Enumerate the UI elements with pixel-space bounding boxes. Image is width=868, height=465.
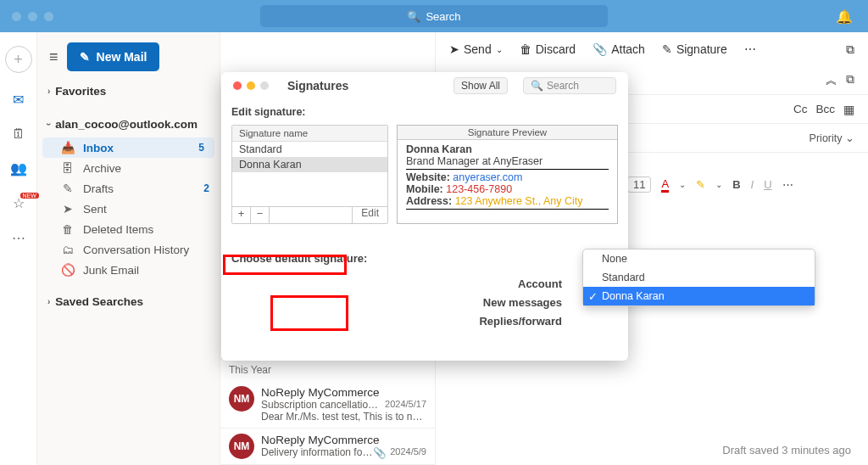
remove-signature-button[interactable]: −: [251, 207, 270, 223]
mail-icon[interactable]: ✉: [13, 92, 24, 108]
dropdown-option[interactable]: Donna Karan: [583, 287, 815, 305]
trash-icon: 🗑: [520, 42, 531, 56]
message-date: 2024/5/17: [385, 399, 426, 411]
signature-icon: ✎: [662, 42, 672, 56]
dialog-titlebar: Signatures Show All 🔍Search: [221, 72, 628, 99]
folder-archive[interactable]: 🗄 Archive: [37, 158, 220, 178]
hamburger-icon[interactable]: ≡: [49, 48, 58, 66]
left-rail: + ✉ 🗓 👥 ☆NEW ⋯: [0, 32, 37, 465]
message-snippet: Dear Mr./Ms. test test, This is to notif…: [261, 411, 426, 423]
notification-icon[interactable]: 🔔: [836, 8, 853, 25]
expand-icon[interactable]: ⧉: [846, 73, 854, 88]
cc-button[interactable]: Cc: [793, 103, 808, 116]
saved-searches-section[interactable]: › Saved Searches: [37, 289, 220, 315]
folder-pane: ≡ ✎ New Mail › Favorites › alan_cocoo@ou…: [37, 32, 220, 465]
italic-icon[interactable]: I: [751, 178, 754, 191]
folder-drafts[interactable]: ✎ Drafts 2: [37, 178, 220, 199]
favorites-section[interactable]: › Favorites: [37, 78, 220, 104]
account-section[interactable]: › alan_cocoo@outlook.com: [37, 111, 220, 137]
global-search[interactable]: 🔍 Search: [260, 5, 608, 27]
junk-icon: 🚫: [61, 263, 75, 277]
new-mail-label: New Mail: [97, 50, 147, 64]
signature-dropdown: None Standard Donna Karan: [582, 249, 815, 306]
drafts-count: 2: [203, 182, 209, 194]
edit-button[interactable]: Edit: [352, 207, 387, 223]
drafts-icon: ✎: [61, 182, 75, 195]
folder-icon: 🗂: [61, 244, 75, 256]
dialog-search[interactable]: 🔍Search: [523, 77, 616, 94]
dropdown-option[interactable]: Standard: [583, 268, 815, 287]
priority-dropdown[interactable]: Priority ⌄: [810, 132, 854, 144]
preview-mobile: 123-456-7890: [446, 183, 512, 195]
folder-junk[interactable]: 🚫 Junk Email: [37, 260, 220, 280]
underline-icon[interactable]: U: [764, 178, 771, 191]
account-label: alan_cocoo@outlook.com: [55, 118, 198, 131]
bcc-button[interactable]: Bcc: [815, 103, 835, 116]
popout-icon[interactable]: ⧉: [846, 42, 854, 57]
maximize-dot[interactable]: [44, 12, 53, 21]
minimize-dot[interactable]: [28, 12, 37, 21]
favorites-icon[interactable]: ☆NEW: [13, 195, 25, 211]
contacts-icon[interactable]: ▦: [843, 103, 854, 116]
message-item[interactable]: NM NoReply MyCommerce Subscription cance…: [220, 381, 435, 429]
highlight-box: [223, 255, 347, 275]
minimize-icon[interactable]: [247, 81, 255, 90]
maximize-icon: [260, 81, 269, 90]
calendar-icon[interactable]: 🗓: [12, 126, 25, 142]
send-icon: ➤: [449, 42, 459, 56]
discard-button[interactable]: 🗑Discard: [520, 42, 576, 56]
more-button[interactable]: ⋯: [744, 42, 756, 56]
archive-label: Archive: [83, 162, 121, 175]
folder-inbox[interactable]: 📥 Inbox 5: [42, 137, 214, 158]
more-icon[interactable]: ⋯: [12, 230, 25, 246]
preview-job: Brand Manager at AnyEraser: [406, 155, 609, 167]
attach-icon: 📎: [593, 42, 607, 56]
signature-list: Signature name Standard Donna Karan + − …: [231, 125, 388, 224]
highlight-icon[interactable]: ✎: [696, 178, 705, 191]
saved-label: Saved Searches: [55, 295, 143, 308]
message-from: NoReply MyCommerce: [261, 434, 426, 446]
chevron-down-icon: ⌄: [496, 45, 503, 54]
message-item[interactable]: NM NoReply MyCommerce Delivery informati…: [220, 429, 435, 465]
close-icon[interactable]: [233, 81, 242, 90]
edit-signature-label: Edit signature:: [231, 103, 618, 125]
add-signature-button[interactable]: +: [232, 207, 251, 223]
new-mail-button[interactable]: ✎ New Mail: [67, 42, 160, 71]
attachment-icon: 📎: [373, 446, 387, 459]
year-header: This Year: [220, 359, 435, 381]
folder-conversation[interactable]: 🗂 Conversation History: [37, 239, 220, 260]
send-button[interactable]: ➤Send⌄: [449, 42, 503, 56]
fontsize-select[interactable]: 11: [627, 176, 651, 193]
show-all-button[interactable]: Show All: [453, 77, 508, 94]
people-icon[interactable]: 👥: [10, 160, 27, 176]
dialog-title: Signatures: [287, 79, 348, 92]
signature-preview: Signature Preview Donna Karan Brand Mana…: [397, 125, 618, 224]
junk-label: Junk Email: [83, 264, 139, 277]
folder-deleted[interactable]: 🗑 Deleted Items: [37, 219, 220, 239]
chevron-down-icon: ›: [44, 123, 53, 126]
inbox-label: Inbox: [83, 142, 114, 154]
bold-icon[interactable]: B: [732, 178, 740, 191]
collapse-up-icon[interactable]: ︽: [826, 73, 837, 88]
signature-row[interactable]: Donna Karan: [232, 157, 387, 172]
attach-button[interactable]: 📎Attach: [593, 42, 645, 56]
message-subject: Delivery information for "Be...: [261, 446, 373, 459]
draft-status: Draft saved 3 minutes ago: [722, 444, 851, 457]
archive-icon: 🗄: [61, 162, 75, 175]
avatar: NM: [229, 434, 254, 459]
compose-icon: ✎: [80, 50, 90, 64]
signature-button[interactable]: ✎Signature: [662, 42, 727, 56]
font-color-icon[interactable]: A: [661, 177, 669, 193]
message-subject: Subscription cancellation f...: [261, 399, 381, 411]
folder-sent[interactable]: ➤ Sent: [37, 199, 220, 219]
compose-button[interactable]: +: [5, 46, 32, 73]
conversation-label: Conversation History: [83, 244, 189, 256]
more-format-icon[interactable]: ⋯: [782, 178, 793, 191]
chevron-right-icon: ›: [47, 297, 50, 306]
search-icon: 🔍: [407, 10, 420, 23]
dropdown-option[interactable]: None: [583, 249, 815, 268]
search-placeholder: Search: [426, 10, 460, 23]
message-date: 2024/5/9: [390, 446, 426, 459]
signature-row[interactable]: Standard: [232, 142, 387, 157]
close-dot[interactable]: [12, 12, 21, 21]
